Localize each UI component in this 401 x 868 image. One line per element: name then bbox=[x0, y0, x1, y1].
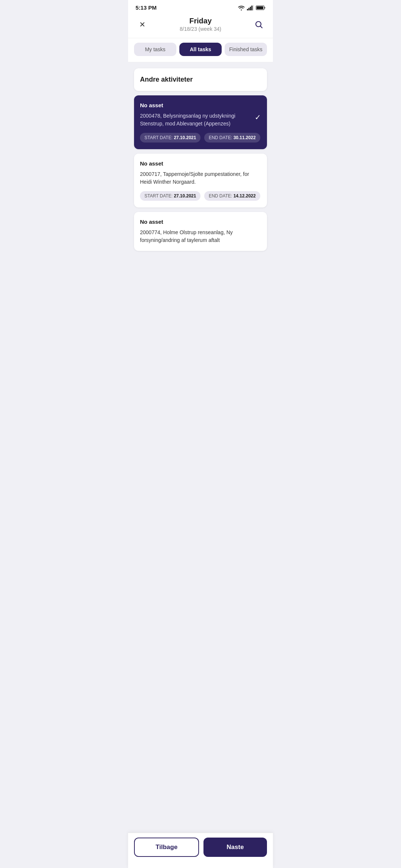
svg-rect-0 bbox=[247, 9, 248, 10]
task-1-asset-label: No asset bbox=[140, 102, 261, 108]
search-icon bbox=[254, 20, 263, 29]
main-content: Andre aktiviteter No asset 2000478, Bely… bbox=[128, 62, 273, 302]
tab-finished-tasks[interactable]: Finished tasks bbox=[225, 43, 267, 56]
task-1-description: 2000478, Belysningsanlag ny udstykningi … bbox=[140, 112, 252, 128]
header: ✕ Friday 8/18/23 (week 34) bbox=[128, 14, 273, 38]
task-card-2[interactable]: No asset 2000717, Tappernoje/Sjolte pump… bbox=[134, 154, 267, 207]
svg-rect-6 bbox=[257, 6, 263, 9]
task-card-3[interactable]: No asset 2000774, Holme Olstrup renseanl… bbox=[134, 212, 267, 251]
task-card-1[interactable]: No asset 2000478, Belysningsanlag ny uds… bbox=[134, 95, 267, 149]
battery-icon bbox=[256, 5, 265, 10]
task-3-description: 2000774, Holme Olstrup renseanlag, Ny fo… bbox=[140, 229, 258, 244]
task-2-asset-label: No asset bbox=[140, 160, 261, 167]
task-1-date-row: START DATE: 27.10.2021 END DATE: 30.11.2… bbox=[140, 133, 261, 143]
task-3-asset-label: No asset bbox=[140, 219, 261, 225]
task-1-end-badge: END DATE: 30.11.2022 bbox=[204, 133, 260, 143]
tab-all-tasks[interactable]: All tasks bbox=[179, 43, 222, 56]
task-2-desc-row: 2000717, Tappernoje/Sjolte pumpestatione… bbox=[140, 170, 261, 186]
tab-bar: My tasks All tasks Finished tasks bbox=[128, 38, 273, 62]
close-button[interactable]: ✕ bbox=[136, 18, 149, 31]
svg-rect-1 bbox=[248, 8, 250, 10]
task-1-check-icon: ✓ bbox=[255, 113, 261, 122]
signal-icon bbox=[247, 5, 254, 10]
status-icons bbox=[238, 5, 265, 10]
header-subtitle: 8/18/23 (week 34) bbox=[149, 26, 252, 32]
section-header-card: Andre aktiviteter bbox=[134, 68, 267, 91]
section-title: Andre aktiviteter bbox=[140, 76, 261, 83]
search-button[interactable] bbox=[252, 18, 265, 31]
status-time: 5:13 PM bbox=[136, 4, 157, 11]
task-1-start-badge: START DATE: 27.10.2021 bbox=[140, 133, 200, 143]
header-center: Friday 8/18/23 (week 34) bbox=[149, 17, 252, 32]
task-2-description: 2000717, Tappernoje/Sjolte pumpestatione… bbox=[140, 170, 258, 186]
task-2-date-row: START DATE: 27.10.2021 END DATE: 14.12.2… bbox=[140, 191, 261, 201]
task-1-desc-row: 2000478, Belysningsanlag ny udstykningi … bbox=[140, 112, 261, 128]
task-2-start-badge: START DATE: 27.10.2021 bbox=[140, 191, 200, 201]
svg-rect-3 bbox=[251, 6, 252, 10]
task-2-end-badge: END DATE: 14.12.2022 bbox=[204, 191, 260, 201]
svg-rect-4 bbox=[253, 5, 254, 10]
tab-my-tasks[interactable]: My tasks bbox=[134, 43, 176, 56]
close-icon: ✕ bbox=[139, 20, 146, 29]
header-title: Friday bbox=[149, 17, 252, 25]
status-bar: 5:13 PM bbox=[128, 0, 273, 14]
svg-rect-2 bbox=[250, 7, 251, 10]
wifi-icon bbox=[238, 5, 245, 10]
bottom-spacer bbox=[134, 255, 267, 296]
